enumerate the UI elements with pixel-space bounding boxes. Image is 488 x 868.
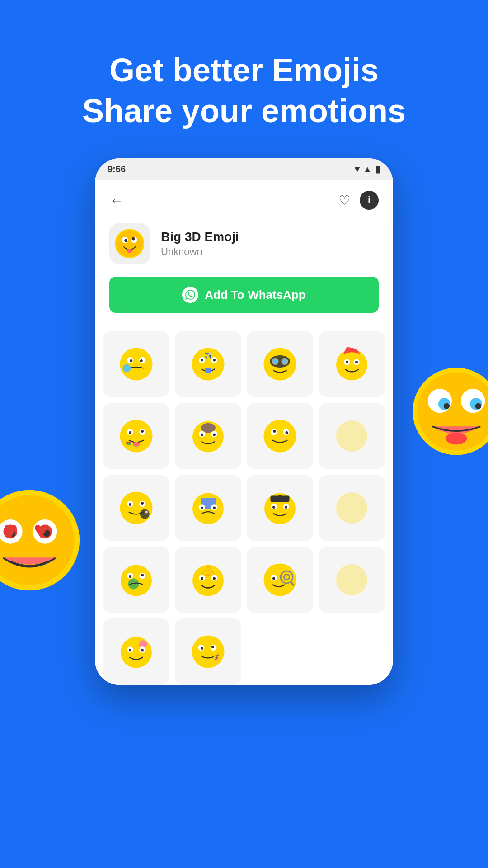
svg-point-51	[120, 492, 153, 524]
svg-point-77	[141, 574, 144, 576]
emoji-cell-12[interactable]	[319, 475, 385, 541]
app-details: Big 3D Emoji Unknown	[161, 230, 239, 258]
svg-point-101	[201, 647, 203, 650]
floating-emoji-left: ♥ ♥	[0, 488, 81, 606]
svg-point-104	[413, 368, 488, 455]
svg-point-105	[417, 372, 488, 450]
back-button[interactable]: ←	[109, 192, 124, 209]
emoji-cell-17[interactable]	[103, 618, 169, 685]
emoji-grid: ✈️	[95, 326, 393, 685]
emoji-cell-9[interactable]	[103, 475, 169, 541]
svg-point-71	[336, 492, 367, 524]
status-icons: ▾ ▲ ▮	[355, 164, 380, 175]
emoji-cell-5[interactable]	[103, 403, 169, 469]
add-to-whatsapp-button[interactable]: Add To WhatsApp	[109, 277, 379, 313]
emoji-cell-18[interactable]: 💰	[175, 618, 241, 685]
svg-point-35	[141, 430, 144, 433]
svg-point-10	[130, 359, 132, 362]
svg-point-83	[201, 577, 203, 580]
svg-point-7	[120, 348, 153, 381]
svg-point-54	[129, 503, 131, 506]
emoji-cell-8[interactable]	[319, 403, 385, 469]
svg-point-113	[0, 490, 80, 590]
svg-point-96	[129, 649, 131, 652]
svg-point-11	[140, 359, 143, 362]
svg-rect-38	[126, 442, 131, 443]
info-button[interactable]: i	[360, 191, 379, 210]
emoji-cell-6[interactable]	[175, 403, 241, 469]
app-icon-svg	[114, 228, 145, 259]
svg-point-106	[428, 389, 452, 413]
signal-icon: ▲	[363, 164, 372, 175]
svg-point-118	[38, 525, 52, 539]
svg-point-30	[355, 361, 358, 363]
svg-text:✈️: ✈️	[204, 352, 212, 359]
top-actions: ♡ i	[338, 191, 379, 210]
svg-point-26	[336, 349, 367, 381]
svg-point-110	[444, 403, 450, 409]
emoji-cell-2[interactable]: ✈️	[175, 331, 241, 397]
svg-rect-18	[205, 368, 211, 373]
emoji-cell-15[interactable]	[247, 547, 313, 613]
svg-point-50	[336, 420, 367, 452]
svg-point-63	[213, 507, 216, 509]
app-author: Unknown	[161, 246, 239, 258]
svg-point-108	[438, 398, 450, 410]
svg-point-5	[132, 237, 135, 241]
floating-emoji-right	[411, 366, 488, 469]
svg-point-120	[43, 530, 50, 537]
svg-point-34	[129, 431, 131, 434]
emoji-cell-3[interactable]	[247, 331, 313, 397]
svg-point-55	[141, 502, 144, 505]
svg-point-4	[125, 239, 128, 242]
svg-point-111	[475, 403, 481, 409]
svg-point-112	[446, 433, 467, 445]
svg-point-115	[0, 519, 23, 544]
svg-point-48	[273, 430, 276, 433]
svg-point-114	[0, 495, 75, 585]
emoji-cell-11[interactable]	[247, 475, 313, 541]
emoji-cell-14[interactable]	[175, 547, 241, 613]
hero-section: Get better Emojis Share your emotions	[46, 50, 442, 131]
svg-point-24	[273, 359, 277, 363]
svg-text:♥: ♥	[4, 516, 18, 543]
svg-point-49	[286, 431, 288, 434]
svg-point-45	[264, 420, 296, 453]
svg-point-69	[272, 506, 275, 509]
svg-point-73	[128, 579, 139, 590]
svg-point-36	[133, 442, 140, 447]
svg-point-56	[140, 509, 150, 519]
emoji-cell-16[interactable]	[319, 547, 385, 613]
svg-point-92	[121, 637, 152, 668]
svg-point-107	[461, 389, 485, 413]
battery-icon: ▮	[375, 164, 380, 175]
phone-mockup: 9:56 ▾ ▲ ▮ ← ♡ i	[95, 158, 393, 685]
svg-point-25	[283, 359, 287, 363]
svg-point-91	[336, 564, 367, 595]
svg-point-85	[264, 564, 296, 596]
svg-point-84	[213, 577, 216, 580]
svg-point-29	[346, 361, 348, 363]
svg-point-12	[123, 364, 131, 373]
svg-text:♥: ♥	[34, 516, 48, 543]
emoji-cell-7[interactable]	[247, 403, 313, 469]
wifi-icon: ▾	[355, 164, 359, 175]
app-info: Big 3D Emoji Unknown	[95, 219, 393, 277]
top-bar: ← ♡ i	[95, 180, 393, 219]
emoji-cell-4[interactable]	[319, 331, 385, 397]
svg-point-76	[129, 575, 131, 578]
favorite-icon[interactable]: ♡	[338, 193, 351, 208]
svg-point-44	[213, 434, 216, 436]
emoji-cell-1[interactable]	[103, 331, 169, 397]
svg-point-62	[201, 507, 203, 509]
status-time: 9:56	[108, 164, 126, 175]
svg-point-119	[9, 530, 15, 537]
svg-point-97	[141, 649, 144, 652]
emoji-cell-13[interactable]	[103, 547, 169, 613]
svg-point-70	[285, 506, 287, 509]
hero-line2: Share your emotions	[82, 93, 406, 129]
svg-text:💰: 💰	[211, 652, 222, 662]
svg-point-90	[272, 577, 275, 580]
emoji-cell-10[interactable]	[175, 475, 241, 541]
svg-point-109	[470, 398, 482, 410]
